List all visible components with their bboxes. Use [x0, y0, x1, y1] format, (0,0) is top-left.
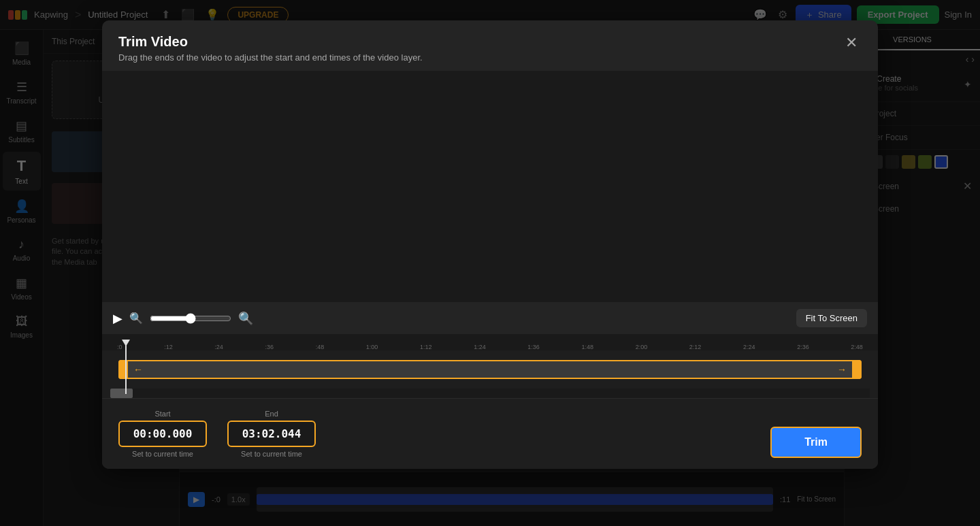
zoom-out-icon[interactable]: 🔍 [129, 312, 143, 325]
scrubbar-indicator [110, 389, 133, 398]
ruler-mark-100: 1:00 [366, 344, 378, 350]
ruler-mark-248: 2:48 [851, 344, 863, 350]
end-time-input[interactable] [227, 421, 316, 447]
scrubbar[interactable] [110, 389, 870, 398]
zoom-in-icon[interactable]: 🔍 [238, 311, 253, 326]
zoom-slider-container [150, 313, 231, 324]
modal-play-button[interactable]: ▶ [113, 311, 122, 326]
start-label: Start [154, 410, 170, 418]
modal-video-area [102, 71, 878, 302]
trim-track-row: ← → [110, 350, 870, 389]
timeline-ruler: :0 :12 :24 :36 :48 1:00 1:12 1:24 1:36 1… [102, 334, 878, 350]
ruler-mark-124: 1:24 [474, 344, 486, 350]
modal-subtitle: Drag the ends of the video to adjust the… [118, 52, 423, 63]
trim-bar: ← → [118, 360, 862, 379]
trim-arrow-left-icon: ← [133, 364, 143, 375]
modal-overlay: Trim Video Drag the ends of the video to… [0, 0, 980, 526]
trim-button[interactable]: Trim [770, 427, 862, 458]
start-time-input[interactable] [118, 421, 207, 447]
ruler-mark-236: 2:36 [797, 344, 809, 350]
ruler-mark-212: 2:12 [689, 344, 702, 350]
ruler-mark-224: 2:24 [743, 344, 755, 350]
ruler-mark-12: :12 [164, 344, 173, 350]
end-label: End [265, 410, 278, 418]
modal-close-button[interactable]: ✕ [841, 34, 862, 52]
ruler-inner: :0 :12 :24 :36 :48 1:00 1:12 1:24 1:36 1… [110, 334, 870, 350]
modal-controls-bar: ▶ 🔍 🔍 Fit To Screen [102, 302, 878, 334]
ruler-mark-36: :36 [265, 344, 274, 350]
modal-header: Trim Video Drag the ends of the video to… [102, 20, 878, 71]
modal-header-text: Trim Video Drag the ends of the video to… [118, 34, 423, 63]
start-set-current-time[interactable]: Set to current time [132, 450, 193, 458]
end-time-group: End Set to current time [227, 410, 316, 458]
zoom-slider[interactable] [150, 313, 231, 324]
modal-footer: Start Set to current time End Set to cur… [102, 398, 878, 469]
trim-video-modal: Trim Video Drag the ends of the video to… [102, 20, 878, 469]
ruler-mark-0: :0 [117, 344, 122, 350]
trim-arrow-right-icon: → [837, 364, 847, 375]
modal-title: Trim Video [118, 34, 423, 50]
ruler-mark-112: 1:12 [420, 344, 432, 350]
fit-to-screen-button[interactable]: Fit To Screen [796, 309, 867, 327]
ruler-mark-148: 1:48 [581, 344, 593, 350]
ruler-mark-24: :24 [214, 344, 223, 350]
playhead[interactable] [125, 345, 127, 394]
start-time-group: Start Set to current time [118, 410, 207, 458]
ruler-mark-136: 1:36 [527, 344, 540, 350]
ruler-mark-48: :48 [316, 344, 325, 350]
end-set-current-time[interactable]: Set to current time [241, 450, 302, 458]
modal-timeline: ← → [102, 350, 878, 398]
video-preview [102, 71, 878, 302]
ruler-marks-row: :0 :12 :24 :36 :48 1:00 1:12 1:24 1:36 1… [110, 344, 870, 350]
ruler-mark-200: 2:00 [636, 344, 648, 350]
trim-handle-right[interactable] [852, 360, 862, 379]
